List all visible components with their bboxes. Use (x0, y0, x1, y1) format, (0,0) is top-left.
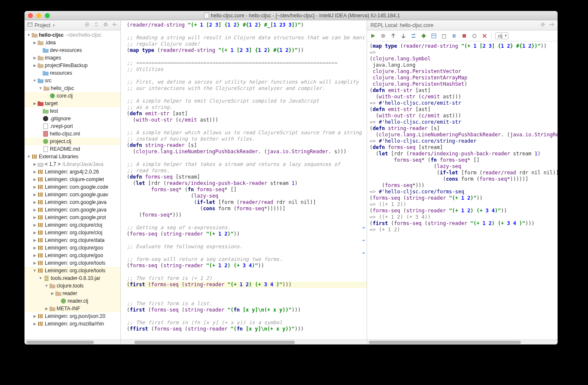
titlebar: hello-cljsc.core - hello-cljsc - [~/dev/… (24, 11, 558, 20)
tree-item[interactable]: ▶Leiningen: com.google.java (24, 206, 120, 214)
tree-item[interactable]: ▼hello_cljsc (24, 84, 120, 92)
tree-item[interactable]: ▶images (24, 54, 120, 62)
svg-rect-45 (40, 192, 41, 197)
debug-icon[interactable] (420, 33, 427, 39)
svg-rect-86 (40, 314, 41, 318)
close-icon[interactable] (481, 33, 488, 39)
svg-rect-72 (40, 261, 41, 265)
tree-item[interactable]: project.clj (24, 138, 120, 145)
hide-icon[interactable] (548, 22, 554, 29)
tree-item[interactable]: ▶Leiningen: com.google.guav (24, 191, 120, 198)
svg-rect-62 (38, 238, 39, 242)
file-icon (204, 13, 209, 19)
tree-item[interactable]: ▶Leiningen: org.clojure/goo (24, 244, 120, 252)
tree-item[interactable]: hello-cljsc.iml (24, 130, 120, 138)
tree-item[interactable]: ▶Leiningen: com.google.code (24, 183, 120, 191)
svg-rect-100 (463, 34, 466, 38)
dropdown-icon[interactable]: ▾ (53, 23, 55, 27)
svg-rect-60 (40, 230, 41, 235)
repl-lang-dropdown[interactable]: clj (495, 33, 509, 39)
down-icon[interactable] (400, 33, 407, 39)
tree-item[interactable]: ▶target (24, 100, 120, 107)
tree-item[interactable]: ▶Leiningen: org.clojure/goo (24, 252, 120, 259)
tree-item[interactable]: .nrepl-port (24, 122, 120, 130)
svg-rect-35 (38, 170, 39, 174)
tree-project-root[interactable]: ▼hello-cljsc~/dev/hello-cljsc (24, 31, 120, 39)
svg-rect-50 (38, 208, 39, 212)
minimize-window[interactable] (36, 13, 41, 18)
tree-external-libs[interactable]: ▼External Libraries (24, 153, 120, 160)
tree-item[interactable]: ▶META-INF (24, 305, 120, 312)
tree-item[interactable]: reader.clj (24, 297, 120, 305)
tree-item[interactable]: ▶reader (24, 290, 120, 297)
close-window[interactable] (28, 13, 33, 18)
tree-item[interactable]: ▶Leiningen: org.clojure/cloj (24, 221, 120, 229)
svg-point-92 (381, 34, 385, 38)
svg-rect-10 (43, 48, 45, 49)
svg-rect-49 (41, 200, 43, 204)
svg-rect-59 (38, 230, 39, 235)
collapse-all-icon[interactable] (93, 22, 99, 29)
svg-rect-94 (432, 34, 436, 38)
repl-hscroll[interactable] (367, 339, 558, 344)
svg-rect-85 (38, 314, 39, 318)
project-sidebar: Project ▾ ▼hello-cljsc~/dev/hello-cljsc … (24, 20, 121, 344)
tree-item[interactable]: dev-resources (24, 46, 120, 54)
tree-item[interactable]: ▶Leiningen: org.clojure/tools (24, 259, 120, 267)
svg-rect-69 (40, 253, 41, 258)
tree-item[interactable]: ▶Leiningen: org.clojure/data (24, 236, 120, 244)
svg-rect-55 (41, 215, 43, 220)
tree-item[interactable]: ▼Leiningen: org.clojure/tools (24, 267, 120, 274)
svg-rect-78 (49, 285, 55, 288)
sidebar-header: Project ▾ (24, 20, 120, 30)
interrupt-icon[interactable] (451, 33, 457, 39)
scroll-from-source-icon[interactable] (84, 22, 90, 29)
reconnect-icon[interactable] (471, 33, 478, 39)
tree-item[interactable]: ▼clojure.tools (24, 282, 120, 290)
stop-dim-icon[interactable] (380, 33, 387, 39)
hide-icon[interactable] (112, 22, 118, 29)
svg-rect-73 (41, 261, 43, 265)
tree-item[interactable]: test (24, 107, 120, 115)
svg-rect-90 (41, 322, 43, 326)
tree-item[interactable]: ▶Leiningen: org.clojure/cloj (24, 229, 120, 236)
svg-rect-41 (38, 185, 39, 189)
svg-rect-9 (43, 49, 49, 53)
svg-rect-26 (43, 116, 48, 121)
gear-icon[interactable] (103, 22, 109, 29)
gear-icon[interactable] (540, 22, 546, 29)
tree-item[interactable]: resources (24, 69, 120, 77)
project-tree[interactable]: ▼hello-cljsc~/dev/hello-cljsc ▶.idea dev… (24, 30, 120, 339)
tree-item[interactable]: ▶projectFilesBackup (24, 62, 120, 69)
tree-item[interactable]: ▼tools.reader-0.8.10.jar (24, 274, 120, 282)
svg-rect-11 (38, 57, 44, 60)
tree-item[interactable]: ▶Leiningen: org.json/json:20 (24, 312, 120, 320)
svg-rect-46 (41, 192, 43, 197)
tree-item[interactable]: .gitignore (24, 115, 120, 122)
svg-rect-12 (38, 56, 40, 57)
tree-item[interactable]: ▶< 1.7 >/Library/Java/Java (24, 160, 120, 168)
svg-rect-88 (38, 322, 39, 326)
tree-item[interactable]: ▶Leiningen: com.google.java (24, 198, 120, 206)
tree-item[interactable]: ▶Leiningen: org.mozilla/rhin (24, 320, 120, 328)
tree-item[interactable]: ▼src (24, 77, 120, 84)
zoom-window[interactable] (45, 13, 50, 18)
tree-item[interactable]: ▶.idea (24, 39, 120, 46)
tree-item[interactable]: README.md (24, 145, 120, 153)
history-icon[interactable] (430, 33, 437, 39)
editor-hscroll[interactable] (121, 339, 367, 344)
tree-item[interactable]: ▶Leiningen: clojure-complet (24, 176, 120, 183)
code-editor[interactable]: (reader/read-string "(+ 1 [2 3] {1 2} #{… (121, 20, 367, 344)
clear-icon[interactable] (441, 33, 447, 39)
svg-rect-24 (43, 110, 49, 114)
switch-ns-icon[interactable] (410, 33, 417, 39)
svg-rect-56 (38, 223, 39, 227)
run-icon[interactable] (370, 33, 376, 39)
up-icon[interactable] (390, 33, 397, 39)
tree-item-selected[interactable]: core.clj (24, 92, 120, 100)
tree-item[interactable]: ▶Leiningen: args4j:2.0.26 (24, 168, 120, 176)
tree-item[interactable]: ▶Leiningen: com.google.prot (24, 214, 120, 221)
sidebar-hscroll[interactable] (24, 339, 120, 344)
repl-output[interactable]: (map type (reader/read-string "(+ 1 [2 3… (367, 41, 558, 339)
stop-icon[interactable] (461, 33, 468, 39)
